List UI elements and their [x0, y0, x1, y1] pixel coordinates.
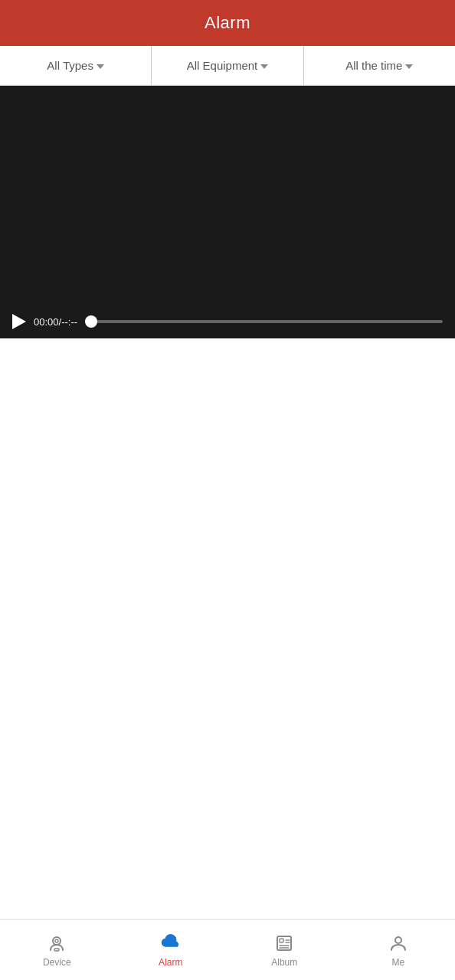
chevron-down-icon: [260, 64, 268, 69]
video-player: 00:00/--:--: [0, 86, 455, 338]
svg-point-1: [55, 939, 58, 942]
nav-device-label: Device: [43, 957, 71, 968]
svg-point-9: [395, 937, 401, 943]
header-title: Alarm: [205, 13, 250, 33]
svg-rect-4: [280, 939, 283, 942]
progress-thumb[interactable]: [85, 315, 97, 328]
filter-types-label: All Types: [47, 59, 93, 72]
filter-time-label: All the time: [345, 59, 402, 72]
nav-album-label: Album: [271, 957, 297, 968]
filter-equipment[interactable]: All Equipment: [151, 46, 303, 85]
nav-item-me[interactable]: Me: [342, 920, 456, 980]
main-content: [0, 338, 455, 919]
nav-item-alarm[interactable]: Alarm: [114, 920, 228, 980]
svg-rect-2: [54, 949, 59, 951]
time-display: 00:00/--:--: [34, 316, 77, 328]
filter-equipment-label: All Equipment: [187, 59, 258, 72]
chevron-down-icon: [405, 64, 413, 69]
filter-types[interactable]: All Types: [0, 46, 151, 85]
svg-point-0: [53, 937, 61, 945]
alarm-cloud-icon: [160, 933, 182, 954]
filter-time[interactable]: All the time: [303, 46, 455, 85]
me-icon: [388, 933, 409, 954]
album-icon: [273, 933, 295, 954]
nav-item-album[interactable]: Album: [228, 920, 342, 980]
progress-bar[interactable]: [85, 320, 443, 323]
device-icon: [46, 933, 67, 954]
app-header: Alarm: [0, 0, 455, 46]
play-button[interactable]: [12, 314, 26, 329]
filter-bar: All Types All Equipment All the time: [0, 46, 455, 86]
bottom-nav: Device Alarm Album: [0, 919, 455, 980]
video-screen: [0, 86, 455, 314]
nav-item-device[interactable]: Device: [0, 920, 114, 980]
chevron-down-icon: [97, 64, 104, 69]
nav-alarm-label: Alarm: [159, 957, 182, 968]
video-controls: 00:00/--:--: [0, 314, 455, 329]
nav-me-label: Me: [391, 957, 404, 968]
